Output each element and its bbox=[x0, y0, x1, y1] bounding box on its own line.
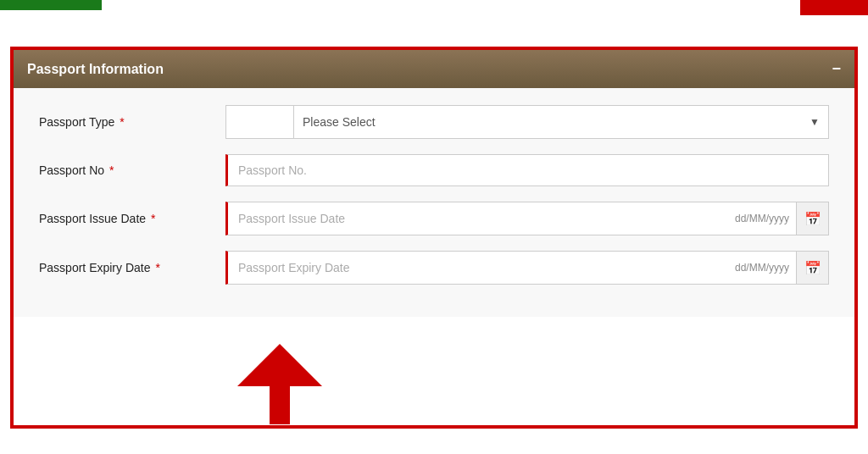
passport-expiry-date-row: Passport Expiry Date * dd/MM/yyyy 📅 bbox=[39, 251, 829, 285]
passport-type-row: Passport Type * Please Select Regular Di… bbox=[39, 105, 829, 139]
passport-issue-date-row: Passport Issue Date * dd/MM/yyyy 📅 bbox=[39, 202, 829, 235]
passport-no-input[interactable] bbox=[225, 154, 829, 186]
expiry-date-format: dd/MM/yyyy bbox=[728, 262, 796, 274]
passport-type-control: Please Select Regular Diplomatic Officia… bbox=[225, 105, 829, 139]
green-bar bbox=[0, 0, 102, 10]
card-body: Passport Type * Please Select Regular Di… bbox=[14, 88, 854, 317]
card-title: Passport Information bbox=[27, 62, 164, 77]
card-header: Passport Information − bbox=[14, 50, 854, 88]
passport-form-container: Passport Information − Passport Type * P… bbox=[10, 47, 858, 429]
passport-issue-date-input[interactable] bbox=[228, 202, 728, 235]
passport-expiry-date-label: Passport Expiry Date * bbox=[39, 261, 225, 274]
required-star-2: * bbox=[109, 163, 114, 177]
passport-type-label: Passport Type * bbox=[39, 115, 225, 129]
issue-date-format: dd/MM/yyyy bbox=[728, 213, 796, 224]
required-star-3: * bbox=[151, 212, 155, 225]
required-star-4: * bbox=[155, 261, 159, 274]
passport-issue-date-wrapper: dd/MM/yyyy 📅 bbox=[225, 202, 829, 235]
passport-expiry-date-wrapper: dd/MM/yyyy 📅 bbox=[225, 251, 829, 285]
passport-no-label: Passport No * bbox=[39, 163, 225, 177]
svg-marker-1 bbox=[237, 344, 322, 386]
select-arrow-icon: ▼ bbox=[801, 116, 828, 128]
required-star: * bbox=[120, 115, 124, 129]
red-bar-top-right bbox=[800, 0, 868, 15]
passport-expiry-date-calendar-button[interactable]: 📅 bbox=[796, 252, 828, 284]
passport-issue-date-calendar-button[interactable]: 📅 bbox=[796, 202, 828, 235]
passport-type-select[interactable]: Please Select Regular Diplomatic Officia… bbox=[294, 106, 801, 138]
passport-no-row: Passport No * bbox=[39, 154, 829, 186]
passport-type-color-box bbox=[226, 106, 294, 138]
passport-no-control bbox=[225, 154, 829, 186]
passport-expiry-date-control: dd/MM/yyyy 📅 bbox=[225, 251, 829, 285]
passport-issue-date-control: dd/MM/yyyy 📅 bbox=[225, 202, 829, 235]
collapse-button[interactable]: − bbox=[832, 60, 841, 78]
passport-expiry-date-input[interactable] bbox=[228, 252, 728, 284]
passport-type-select-wrapper: Please Select Regular Diplomatic Officia… bbox=[225, 105, 829, 139]
passport-issue-date-label: Passport Issue Date * bbox=[39, 212, 225, 225]
red-arrow-indicator bbox=[237, 344, 322, 437]
